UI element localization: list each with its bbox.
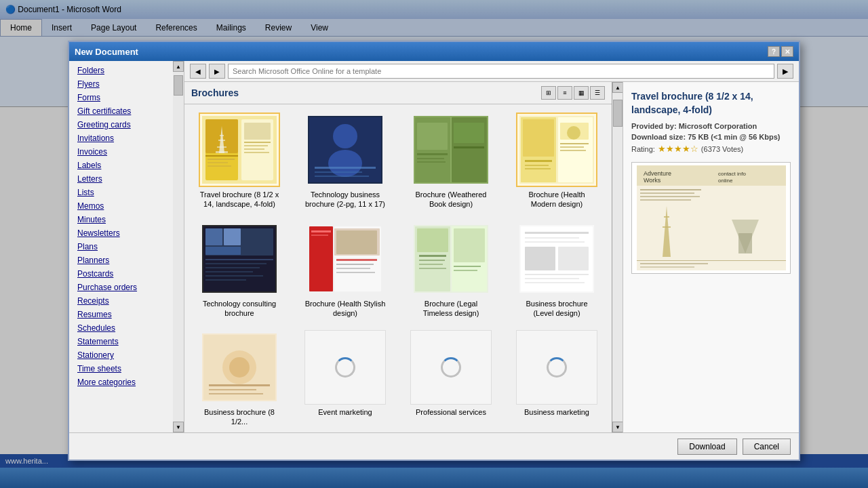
svg-point-20: [333, 124, 357, 148]
view-icon-4[interactable]: ☰: [590, 86, 605, 100]
cancel-button[interactable]: Cancel: [743, 439, 791, 455]
sidebar-item-schedules[interactable]: Schedules: [69, 321, 172, 335]
template-thumb-business-level: [516, 222, 597, 296]
templates-scroll-down[interactable]: ▼: [612, 422, 623, 432]
sidebar-item-gift-certificates[interactable]: Gift certificates: [69, 104, 172, 118]
search-input[interactable]: [228, 64, 774, 79]
preview-title: Travel brochure (8 1/2 x 14, landscape, …: [631, 90, 791, 117]
template-item-weathered[interactable]: Brochure (Weathered Book design): [401, 110, 500, 212]
forward-button[interactable]: ▶: [209, 64, 225, 79]
template-item-professional-services[interactable]: Professional services: [401, 327, 500, 430]
templates-scroll-thumb[interactable]: [613, 100, 623, 127]
templates-panel: Brochures ⊞ ≡ ▦ ☰: [184, 82, 612, 432]
close-button[interactable]: ✕: [781, 46, 793, 57]
loading-spinner-business-marketing: [547, 357, 567, 378]
svg-rect-87: [525, 274, 589, 275]
svg-rect-79: [454, 270, 477, 271]
svg-rect-85: [525, 247, 555, 270]
svg-text:Works: Works: [644, 177, 661, 184]
sidebar-item-purchase-orders[interactable]: Purchase orders: [69, 281, 172, 294]
svg-rect-29: [417, 153, 448, 155]
view-icon-3[interactable]: ▦: [574, 86, 589, 100]
svg-rect-67: [336, 268, 370, 269]
template-item-tech[interactable]: Technology business brochure (2-pg, 11 x…: [296, 110, 395, 212]
dialog-title: New Document: [75, 47, 138, 57]
svg-rect-94: [209, 384, 270, 386]
view-icons: ⊞ ≡ ▦ ☰: [541, 86, 605, 100]
svg-rect-66: [336, 264, 374, 265]
svg-rect-75: [419, 264, 443, 265]
svg-rect-65: [336, 259, 377, 261]
help-button[interactable]: ?: [768, 46, 780, 57]
template-thumb-business-half: [199, 330, 280, 405]
back-button[interactable]: ◀: [190, 64, 206, 79]
template-label-professional-services: Professional services: [416, 407, 486, 417]
template-item-business-half[interactable]: Business brochure (8 1/2...: [190, 327, 289, 430]
sidebar-item-newsletters[interactable]: Newsletters: [69, 226, 172, 240]
template-label-tech-consulting: Technology consulting brochure: [199, 299, 280, 319]
preview-image-container: Adventure Works contact info online: [631, 162, 791, 274]
template-thumb-legal-timeless: [410, 222, 492, 296]
template-thumb-professional-loading: [410, 330, 492, 405]
sidebar-scrollbar: ▲ ▼: [173, 61, 184, 432]
template-label-business-level: Business brochure (Level design): [516, 299, 597, 319]
loading-spinner-event: [335, 357, 355, 378]
svg-rect-57: [205, 279, 246, 281]
sidebar-item-postcards[interactable]: Postcards: [69, 267, 172, 281]
search-go-button[interactable]: ▶: [777, 64, 793, 79]
svg-rect-37: [523, 119, 554, 157]
sidebar-item-labels[interactable]: Labels: [69, 159, 172, 172]
sidebar-item-invitations[interactable]: Invitations: [69, 131, 172, 145]
view-icon-1[interactable]: ⊞: [541, 86, 556, 100]
sidebar-item-folders[interactable]: Folders: [69, 64, 172, 77]
svg-rect-39: [525, 165, 549, 166]
sidebar-item-letters[interactable]: Letters: [69, 172, 172, 186]
svg-rect-38: [525, 160, 552, 162]
sidebar-item-receipts[interactable]: Receipts: [69, 294, 172, 308]
template-item-tech-consulting[interactable]: Technology consulting brochure: [190, 219, 289, 321]
template-item-health-stylish[interactable]: Brochure (Health Stylish design): [296, 219, 395, 321]
download-button[interactable]: Download: [677, 439, 736, 455]
svg-rect-113: [640, 263, 708, 264]
dialog-body: Folders Flyers Forms Gift certificates G…: [69, 61, 799, 432]
sidebar-item-memos[interactable]: Memos: [69, 199, 172, 213]
svg-rect-83: [525, 237, 579, 239]
template-item-event-marketing[interactable]: Event marketing: [296, 327, 395, 430]
svg-rect-72: [417, 228, 448, 252]
svg-rect-17: [244, 152, 269, 153]
sidebar-item-minutes[interactable]: Minutes: [69, 213, 172, 226]
sidebar-item-greeting-cards[interactable]: Greeting cards: [69, 118, 172, 131]
template-item-travel[interactable]: Travel brochure (8 1/2 x 14, landscape, …: [190, 110, 289, 212]
templates-scroll-up[interactable]: ▲: [612, 82, 623, 93]
view-icon-2[interactable]: ≡: [557, 86, 572, 100]
svg-rect-15: [244, 145, 268, 146]
svg-rect-64: [336, 230, 377, 254]
sidebar-item-flyers[interactable]: Flyers: [69, 77, 172, 91]
template-label-business-half: Business brochure (8 1/2...: [199, 407, 280, 427]
sidebar-item-invoices[interactable]: Invoices: [69, 145, 172, 159]
template-item-business-level[interactable]: Business brochure (Level design): [507, 219, 606, 321]
svg-rect-44: [560, 150, 586, 151]
sidebar-item-stationery[interactable]: Stationery: [69, 348, 172, 362]
sidebar-scroll-up[interactable]: ▲: [173, 61, 184, 72]
sidebar-scroll-thumb[interactable]: [174, 75, 183, 96]
sidebar-item-resumes[interactable]: Resumes: [69, 308, 172, 321]
svg-rect-73: [419, 255, 446, 257]
svg-rect-84: [525, 241, 585, 243]
sidebar-scroll-track: [173, 72, 184, 422]
sidebar-item-forms[interactable]: Forms: [69, 91, 172, 104]
sidebar-item-statements[interactable]: Statements: [69, 335, 172, 348]
sidebar-item-plans[interactable]: Plans: [69, 240, 172, 253]
sidebar-item-planners[interactable]: Planners: [69, 253, 172, 267]
template-label-weathered: Brochure (Weathered Book design): [410, 190, 492, 209]
sidebar-scroll-down[interactable]: ▼: [173, 422, 184, 432]
template-item-legal-timeless[interactable]: Brochure (Legal Timeless design): [401, 219, 500, 321]
template-item-health-modern[interactable]: Brochure (Health Modern design): [507, 110, 606, 212]
svg-rect-105: [664, 216, 669, 218]
template-item-business-marketing[interactable]: Business marketing: [507, 327, 606, 430]
sidebar-item-time-sheets[interactable]: Time sheets: [69, 362, 172, 375]
svg-rect-24: [315, 176, 369, 177]
svg-rect-59: [309, 226, 333, 291]
sidebar-item-more-categories[interactable]: More categories: [69, 375, 172, 389]
sidebar-item-lists[interactable]: Lists: [69, 186, 172, 199]
